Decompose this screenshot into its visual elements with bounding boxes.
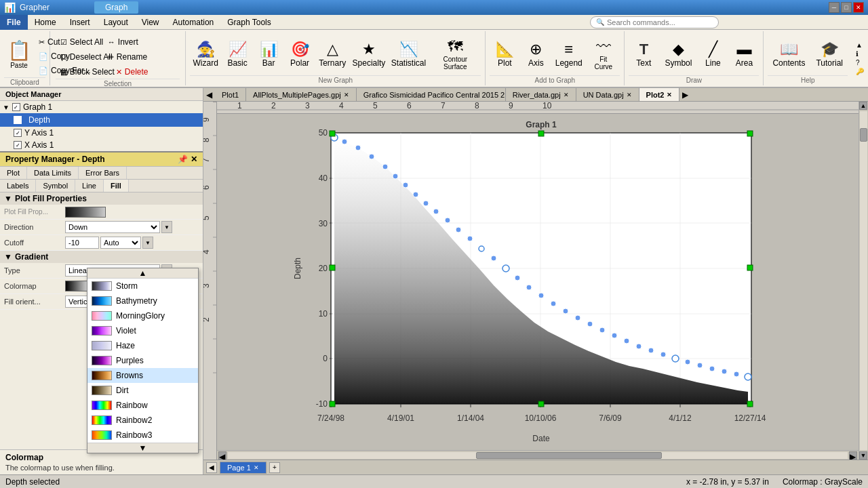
colormap-item-haze[interactable]: Haze xyxy=(87,338,198,353)
colormap-item-purples[interactable]: Purples xyxy=(87,353,198,368)
rename-button[interactable]: ✏ Rename xyxy=(103,50,144,64)
close-button[interactable]: ✕ xyxy=(853,2,864,13)
tree-depth[interactable]: Depth xyxy=(0,113,203,127)
colormap-item-browns[interactable]: Browns xyxy=(87,368,198,383)
tab-line[interactable]: Line xyxy=(75,180,104,192)
menu-home[interactable]: Home xyxy=(28,15,63,30)
invert-button[interactable]: ↔ Invert xyxy=(103,35,144,49)
graph-canvas[interactable]: Graph 1 Depth Date 50 40 30 xyxy=(217,114,859,450)
close-undata-tab[interactable]: ✕ xyxy=(627,92,632,98)
vertical-scrollbar[interactable]: ▲ ▼ xyxy=(859,102,868,460)
pin-icon[interactable]: 📌 xyxy=(178,155,188,164)
paste-button[interactable]: 📋 Paste xyxy=(4,35,34,73)
scroll-up-btn[interactable]: ▲ xyxy=(87,268,198,279)
horizontal-scrollbar[interactable]: ◀ ▶ xyxy=(217,450,859,460)
tab-symbol[interactable]: Symbol xyxy=(36,180,75,192)
plot-button[interactable]: 📐Plot xyxy=(490,34,519,75)
line-button[interactable]: ╱Line xyxy=(698,34,728,75)
tab-scroll-left[interactable]: ◀ xyxy=(203,90,215,100)
hscroll-thumb[interactable] xyxy=(476,452,662,459)
fit-curve-button[interactable]: 〰Fit Curve xyxy=(587,34,620,75)
doc-tab-allplots[interactable]: AllPlots_MultiplePages.gpj ✕ xyxy=(246,88,357,102)
tab-scroll-right[interactable]: ▶ xyxy=(679,90,691,100)
doc-tab-riverdata[interactable]: River_data.gpj ✕ xyxy=(506,88,576,102)
tab-plot[interactable]: Plot xyxy=(0,167,27,179)
menu-view[interactable]: View xyxy=(135,15,166,30)
tutorial-button[interactable]: 🎓Tutorial xyxy=(811,34,848,75)
tree-xaxis1[interactable]: X Axis 1 xyxy=(0,139,203,151)
maximize-button[interactable]: □ xyxy=(841,2,852,13)
tree-graph1[interactable]: ▼ Graph 1 xyxy=(0,101,203,113)
ternary-button[interactable]: △Ternary xyxy=(316,34,349,75)
rt-btn-3[interactable]: ? xyxy=(856,59,864,66)
colormap-item-bathymetry[interactable]: Bathymetry xyxy=(87,293,198,308)
area-button[interactable]: ▬Area xyxy=(729,34,759,75)
wizard-button[interactable]: 🧙Wizard xyxy=(190,34,221,75)
deselect-all-button[interactable]: ☐ Deselect All xyxy=(56,50,102,64)
tree-yaxis1[interactable]: Y Axis 1 xyxy=(0,127,203,139)
contour-surface-button[interactable]: 🗺Contour Surface xyxy=(429,34,481,75)
direction-dropdown-btn[interactable]: ▼ xyxy=(161,221,172,233)
delete-button[interactable]: ✕ Delete xyxy=(111,65,152,79)
doc-tab-plot1[interactable]: Plot1 xyxy=(215,88,246,102)
statistical-button[interactable]: 📉Statistical xyxy=(389,34,429,75)
vscroll-up-btn[interactable]: ▲ xyxy=(859,102,867,110)
cutoff-auto-select[interactable]: Auto xyxy=(100,237,141,249)
select-all-button[interactable]: ☑ Select All xyxy=(56,35,102,49)
doc-tab-sismicidad[interactable]: Grafico Sismicidad Pacifico Central 2015… xyxy=(357,88,506,102)
close-riverdata-tab[interactable]: ✕ xyxy=(564,92,569,98)
close-prop-icon[interactable]: ✕ xyxy=(191,155,197,164)
rt-btn-2[interactable]: ℹ xyxy=(856,50,864,58)
menu-file[interactable]: File xyxy=(0,15,28,30)
doc-tab-plot2[interactable]: Plot2 ✕ xyxy=(639,88,680,102)
doc-tab-undata[interactable]: UN Data.gpj ✕ xyxy=(576,88,639,102)
cutoff-dropdown-btn[interactable]: ▼ xyxy=(142,237,153,249)
polar-button[interactable]: 🎯Polar xyxy=(285,34,315,75)
menu-automation[interactable]: Automation xyxy=(166,15,221,30)
colormap-item-dirt[interactable]: Dirt xyxy=(87,383,198,398)
hscroll-left-btn[interactable]: ◀ xyxy=(218,451,226,460)
vscroll-down-btn[interactable]: ▼ xyxy=(859,451,867,460)
yaxis1-checkbox[interactable] xyxy=(14,129,22,137)
close-plot2-tab[interactable]: ✕ xyxy=(667,92,672,98)
specialty-button[interactable]: ★Specialty xyxy=(350,34,387,75)
minimize-button[interactable]: ─ xyxy=(829,2,840,13)
block-select-button[interactable]: ▦ Block Select xyxy=(56,65,110,79)
depth-checkbox[interactable] xyxy=(14,116,22,124)
cutoff-input[interactable] xyxy=(65,237,99,249)
menu-layout[interactable]: Layout xyxy=(97,15,135,30)
page-tab-close[interactable]: ✕ xyxy=(254,464,259,471)
close-allplots-tab[interactable]: ✕ xyxy=(344,92,349,98)
colormap-item-rainbow3[interactable]: Rainbow3 xyxy=(87,428,198,443)
search-input[interactable] xyxy=(607,18,713,26)
graph1-checkbox[interactable] xyxy=(12,103,20,111)
bar-button[interactable]: 📊Bar xyxy=(254,34,283,75)
page-add-btn[interactable]: + xyxy=(269,462,280,473)
text-button[interactable]: TText xyxy=(629,34,658,75)
menu-graph-tools[interactable]: Graph Tools xyxy=(220,15,277,30)
axis-button[interactable]: ⊕Axis xyxy=(521,34,551,75)
colormap-item-morningglory[interactable]: MorningGlory xyxy=(87,308,198,323)
basic-button[interactable]: 📈Basic xyxy=(222,34,252,75)
menu-insert[interactable]: Insert xyxy=(63,15,97,30)
tab-fill[interactable]: Fill xyxy=(104,180,129,192)
colormap-item-storm[interactable]: Storm xyxy=(87,279,198,293)
tab-data-limits[interactable]: Data Limits xyxy=(27,167,79,179)
page-nav-left[interactable]: ◀ xyxy=(206,462,217,473)
legend-button[interactable]: ≡Legend xyxy=(552,34,585,75)
tab-error-bars[interactable]: Error Bars xyxy=(79,167,127,179)
rt-btn-4[interactable]: 🔑 xyxy=(856,68,864,75)
hscroll-right-btn[interactable]: ▶ xyxy=(849,451,857,460)
fill-color-swatch[interactable] xyxy=(65,207,106,218)
direction-select[interactable]: Down xyxy=(65,221,160,233)
vscroll-thumb[interactable] xyxy=(860,128,867,142)
scroll-down-btn[interactable]: ▼ xyxy=(87,443,198,453)
contents-button[interactable]: 📖Contents xyxy=(768,34,810,75)
xaxis1-checkbox[interactable] xyxy=(14,141,22,149)
tab-labels[interactable]: Labels xyxy=(0,180,36,192)
page-tab-1[interactable]: Page 1 ✕ xyxy=(220,462,267,474)
rt-btn-1[interactable]: ▲ xyxy=(856,41,864,49)
colormap-item-violet[interactable]: Violet xyxy=(87,323,198,338)
symbol-button[interactable]: ◆Symbol xyxy=(660,34,696,75)
colormap-item-rainbow[interactable]: Rainbow xyxy=(87,398,198,413)
